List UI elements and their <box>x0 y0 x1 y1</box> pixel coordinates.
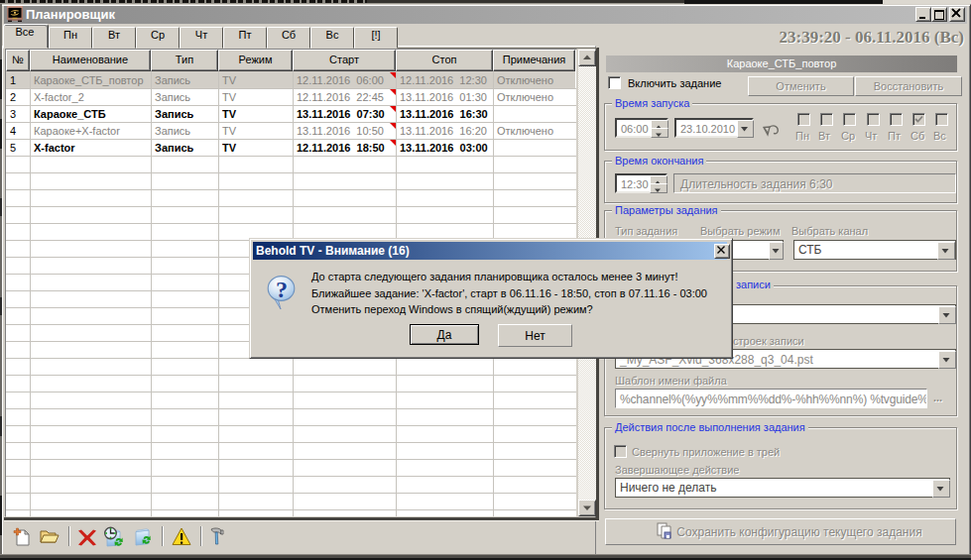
svg-text:?: ? <box>276 277 288 302</box>
